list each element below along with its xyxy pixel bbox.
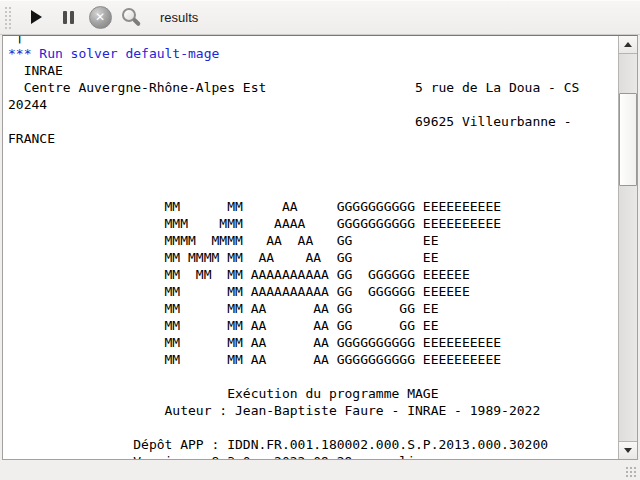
bottom-strip <box>0 460 640 480</box>
solver-banner-text: INRAE Centre Auvergne-Rhône-Alpes Est 5 … <box>8 62 618 459</box>
console-text: |*** Run solver default-mage INRAE Centr… <box>3 36 618 459</box>
scrollbar-track[interactable] <box>619 54 637 441</box>
toolbar: ✕ results <box>0 0 640 35</box>
run-button[interactable] <box>23 3 49 31</box>
stop-button[interactable]: ✕ <box>87 3 113 31</box>
arrow-up-icon <box>624 42 632 47</box>
search-icon <box>119 6 141 28</box>
previous-line-fragment: | <box>8 36 618 45</box>
pause-button[interactable] <box>55 3 81 31</box>
pause-icon <box>63 11 74 24</box>
console-output-area[interactable]: |*** Run solver default-mage INRAE Centr… <box>2 35 638 460</box>
toolbar-drag-handle[interactable] <box>3 5 12 29</box>
search-button[interactable] <box>117 3 143 31</box>
results-tab-label: results <box>160 10 198 25</box>
stop-icon: ✕ <box>89 6 112 29</box>
run-solver-line: *** Run solver default-mage <box>8 45 618 62</box>
scroll-up-button[interactable] <box>619 36 637 54</box>
play-icon <box>31 10 42 24</box>
resize-grip[interactable] <box>624 465 637 478</box>
scrollbar-thumb[interactable] <box>619 93 637 186</box>
vertical-scrollbar[interactable] <box>618 36 637 459</box>
console-text-viewport: |*** Run solver default-mage INRAE Centr… <box>3 36 618 459</box>
scroll-down-button[interactable] <box>619 441 637 459</box>
arrow-down-icon <box>624 448 632 453</box>
